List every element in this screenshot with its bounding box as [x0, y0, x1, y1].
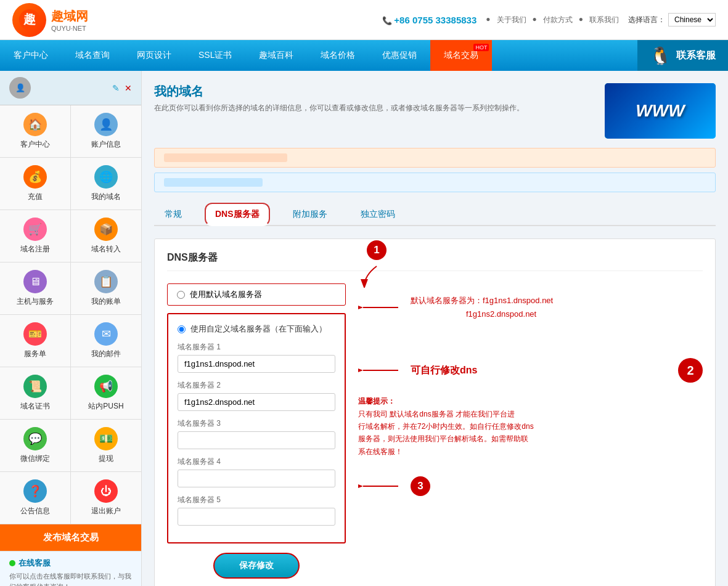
lang-select[interactable]: Chinese English [668, 13, 716, 26]
sidebar-item-wechat[interactable]: 💬 微信绑定 [0, 420, 70, 471]
dns-input-5[interactable] [178, 508, 335, 526]
online-dot [9, 560, 15, 566]
sidebar-label-my-domain: 我的域名 [91, 192, 121, 202]
sidebar-label-bill: 我的账单 [91, 296, 121, 307]
annotation-default-dns-text: 默认域名服务器为：f1g1ns1.dnspod.net f1g1ns2.dnsp… [411, 294, 553, 321]
sidebar: 👤 ✎ ✕ 🏠 客户中心 👤 账户信息 💰 充值 🌐 我的域名 [0, 71, 142, 586]
nav-price[interactable]: 域名价格 [307, 40, 369, 71]
sidebar-grid: 🏠 客户中心 👤 账户信息 💰 充值 🌐 我的域名 🛒 域名注册 📦 域 [0, 105, 141, 524]
sidebar-item-bill[interactable]: 📋 我的账单 [71, 262, 141, 314]
dns-label-1: 域名服务器 1 [178, 342, 335, 352]
dns-input-4[interactable] [178, 470, 335, 487]
warm-tip-title: 温馨提示： [358, 395, 703, 407]
sidebar-item-logout[interactable]: ⏻ 退出账户 [71, 472, 141, 524]
edit-icon[interactable]: ✎ [112, 83, 120, 93]
dns-default-label[interactable]: 使用默认域名服务器 [190, 289, 262, 300]
sidebar-label-cert: 域名证书 [20, 401, 50, 412]
tab-addon[interactable]: 附加服务 [282, 203, 338, 226]
sidebar-item-domain-transfer[interactable]: 📦 域名转入 [71, 210, 141, 262]
sidebar-label-notice: 公告信息 [20, 506, 50, 516]
nav-web-design[interactable]: 网页设计 [123, 40, 185, 71]
dns-input-2[interactable] [178, 393, 335, 411]
sidebar-item-domain-reg[interactable]: 🛒 域名注册 [0, 210, 70, 262]
sidebar-label-customer-center: 客户中心 [20, 139, 50, 150]
nav-domain-query[interactable]: 域名查询 [62, 40, 123, 71]
page-header: 我的域名 在此页你可以看到你所选择的域名的详细信息，你可以查看或修改信息，或者修… [154, 83, 716, 139]
dns-field-1: 域名服务器 1 [178, 342, 335, 373]
lang-selector: 选择语言： Chinese English [628, 13, 716, 26]
save-btn-area: 保存修改 [167, 543, 346, 579]
dns-field-5: 域名服务器 5 [178, 495, 335, 526]
push-icon: 📢 [94, 375, 118, 398]
dns-section: DNS服务器 使用默认域名服务器 使用自定义域名服务器（在下面输入） [154, 238, 716, 586]
sidebar-item-cert[interactable]: 📜 域名证书 [0, 367, 70, 419]
bullet-sep3: ● [579, 15, 583, 25]
sidebar-user-area: 👤 ✎ ✕ [0, 71, 141, 105]
sidebar-item-notice[interactable]: ❓ 公告信息 [0, 472, 70, 524]
annotation-circle-1: 1 [367, 240, 386, 260]
tab-dns[interactable]: DNS服务器 [205, 203, 270, 226]
nav-promotion[interactable]: 优惠促销 [369, 40, 430, 71]
user-icon: 👤 [94, 113, 118, 136]
logout-icon: ⏻ [94, 479, 118, 503]
dns-label-4: 域名服务器 4 [178, 457, 335, 467]
dns-custom-radio[interactable] [178, 325, 186, 333]
dns-label-5: 域名服务器 5 [178, 495, 335, 505]
sidebar-item-service-ticket[interactable]: 🎫 服务单 [0, 315, 70, 367]
cart-icon: 🛒 [23, 218, 47, 241]
annotation-default-dns-row: 默认域名服务器为：f1g1ns1.dnspod.net f1g1ns2.dnsp… [358, 294, 703, 321]
default-dns-option-box: 使用默认域名服务器 [167, 283, 346, 306]
custom-dns-radio-row: 使用自定义域名服务器（在下面输入） [178, 324, 335, 335]
arrow-save-svg [358, 480, 401, 492]
sidebar-item-my-domain[interactable]: 🌐 我的域名 [71, 158, 141, 210]
server-icon: 🖥 [23, 270, 47, 293]
cert-icon: 📜 [23, 375, 47, 398]
tab-bar: 常规 DNS服务器 附加服务 独立密码 [154, 201, 716, 226]
sidebar-item-customer-center[interactable]: 🏠 客户中心 [0, 105, 70, 157]
dns-input-3[interactable] [178, 431, 335, 449]
nav-encyclopedia[interactable]: 趣域百科 [245, 40, 307, 71]
home-icon: 🏠 [23, 113, 47, 136]
sidebar-publish-trade[interactable]: 发布域名交易 [0, 524, 141, 551]
dns-custom-label[interactable]: 使用自定义域名服务器（在下面输入） [190, 324, 327, 335]
online-desc: 你可以点击在线客服即时联系我们，与我们的客服代表咨询！ [9, 571, 132, 586]
tab-general[interactable]: 常规 [154, 203, 192, 226]
about-link[interactable]: 关于我们 [497, 15, 526, 25]
save-button[interactable]: 保存修改 [213, 553, 300, 579]
nav-customer-center[interactable]: 客户中心 [0, 40, 62, 71]
nav-contact-service[interactable]: 🐧 联系客服 [637, 40, 728, 71]
annotation-1-row: 1 [358, 240, 703, 288]
contact-link[interactable]: 联系我们 [589, 15, 619, 25]
main-layout: 👤 ✎ ✕ 🏠 客户中心 👤 账户信息 💰 充值 🌐 我的域名 [0, 71, 728, 586]
info-bar-domain [154, 148, 716, 168]
header-links: ● 关于我们 ● 付款方式 ● 联系我们 [486, 15, 619, 25]
sidebar-item-recharge[interactable]: 💰 充值 [0, 158, 70, 210]
sidebar-label-domain-transfer: 域名转入 [91, 244, 121, 254]
logo-icon: 趣 [12, 3, 46, 37]
arrow-modify-dns-svg [358, 364, 401, 376]
annotation-modify-dns-row: 可自行修改dns 2 [358, 358, 703, 383]
nav-domain-trade[interactable]: 域名交易 HOT [430, 40, 492, 71]
annotation-wrapper: 使用默认域名服务器 使用自定义域名服务器（在下面输入） 域名服务器 1 [167, 283, 703, 579]
dns-input-1[interactable] [178, 355, 335, 373]
recharge-icon: 💰 [23, 165, 47, 189]
custom-dns-option-box: 使用自定义域名服务器（在下面输入） 域名服务器 1 域名服务器 2 域名服务器 … [167, 313, 346, 543]
sidebar-item-mail[interactable]: ✉ 我的邮件 [71, 315, 141, 367]
nav-ssl[interactable]: SSL证书 [185, 40, 245, 71]
sidebar-item-account[interactable]: 👤 账户信息 [71, 105, 141, 157]
dns-field-3: 域名服务器 3 [178, 418, 335, 449]
sidebar-item-hosting[interactable]: 🖥 主机与服务 [0, 262, 70, 314]
annotation-save-row: 3 [358, 476, 703, 496]
dns-default-radio[interactable] [177, 291, 185, 299]
sidebar-item-push[interactable]: 📢 站内PUSH [71, 367, 141, 419]
payment-link[interactable]: 付款方式 [543, 15, 573, 25]
close-icon[interactable]: ✕ [125, 83, 132, 93]
warm-tip: 温馨提示： 只有我司 默认域名dns服务器 才能在我们平台进 行域名解析，并在7… [358, 395, 703, 458]
header-right: 📞 +86 0755 33385833 ● 关于我们 ● 付款方式 ● 联系我们… [382, 13, 716, 26]
bill-icon: 📋 [94, 270, 118, 293]
transfer-icon: 📦 [94, 218, 118, 241]
tab-password[interactable]: 独立密码 [350, 203, 406, 226]
arrow-default-dns-svg [358, 301, 401, 314]
sidebar-item-withdraw[interactable]: 💵 提现 [71, 420, 141, 471]
sidebar-label-push: 站内PUSH [88, 401, 123, 412]
